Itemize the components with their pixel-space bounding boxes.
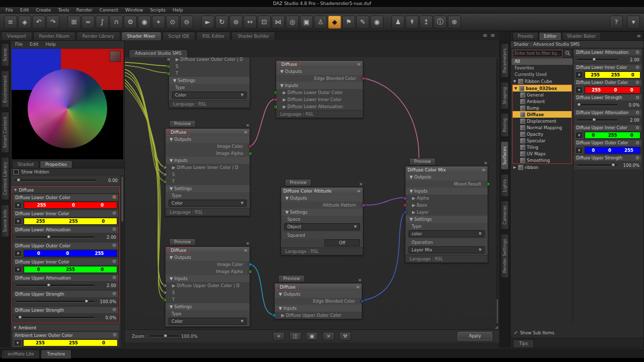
gear-icon[interactable]: ⚙: [112, 291, 116, 297]
slider-track[interactable]: [577, 164, 617, 166]
add-sphere-icon[interactable]: ⊙: [166, 16, 179, 29]
tab-shader-baker[interactable]: Shader Baker: [562, 32, 601, 40]
slider-handle[interactable]: [47, 235, 51, 239]
target-icon[interactable]: ⌖: [152, 16, 165, 29]
deformer-icon[interactable]: ≈: [82, 16, 95, 29]
close-node-icon[interactable]: ×: [484, 161, 488, 165]
color-dropdown-button[interactable]: ▼: [14, 339, 22, 346]
gear-icon[interactable]: ⚙: [112, 275, 116, 281]
node-menu-icon[interactable]: ≡: [481, 167, 486, 172]
input-port[interactable]: C: [163, 284, 167, 288]
node-diffuse-color-altitude[interactable]: ×Diffuse Color Altitude≡▼ OutputsAltitud…: [281, 187, 363, 255]
dock-tab-shaping[interactable]: Shaping: [501, 82, 509, 110]
duplicate-node-button[interactable]: ◫: [289, 332, 301, 341]
search-icon[interactable]: [564, 49, 572, 57]
tree-node-specular[interactable]: Specular: [513, 137, 572, 144]
pan-tool-icon[interactable]: ↔: [244, 16, 257, 29]
group-header-diffuse[interactable]: ▼Diffuse: [12, 187, 119, 194]
lock-tool-icon[interactable]: ◆: [328, 16, 341, 29]
slider-handle[interactable]: [592, 57, 596, 61]
output-port[interactable]: C: [248, 262, 252, 266]
input-port[interactable]: F: [167, 64, 171, 68]
input-port[interactable]: C: [274, 98, 278, 102]
close-node-icon[interactable]: ×: [246, 241, 250, 246]
input-port[interactable]: C: [163, 172, 167, 176]
menu-connect[interactable]: Connect: [96, 7, 122, 13]
slider-track[interactable]: [16, 301, 94, 303]
wire-left-to-lower-brick-2[interactable]: [125, 72, 165, 174]
tree-node-normal-mapping[interactable]: Normal Mapping: [513, 124, 572, 131]
tree-node-tiling[interactable]: Tiling: [513, 144, 572, 150]
magnet-icon[interactable]: ∩: [110, 16, 123, 29]
gear-icon[interactable]: ⚙: [635, 79, 639, 86]
slider-track[interactable]: [577, 59, 617, 61]
tree-node-opacity[interactable]: Opacity: [513, 131, 572, 137]
close-node-icon[interactable]: ×: [358, 278, 362, 283]
color-dropdown-button[interactable]: ▼: [575, 132, 583, 139]
toolbar-options-icon[interactable]: ▾: [627, 16, 640, 29]
slider-track[interactable]: [577, 104, 617, 106]
dock-tab-scene[interactable]: Scene: [1, 43, 9, 66]
slider-handle[interactable]: [17, 178, 21, 182]
wire-imagecolor-to-inner-color[interactable]: [249, 99, 276, 146]
color-dropdown-button[interactable]: ▼: [14, 218, 22, 225]
pin-tool-icon[interactable]: ◎: [286, 16, 299, 29]
redo-icon[interactable]: ↷: [46, 16, 59, 29]
node-graph-canvas[interactable]: ◢ ▶ Diffuse Lower Outer Color | DCSFTF▼ …: [125, 57, 499, 329]
tree-node-bump[interactable]: Bump: [513, 105, 572, 111]
daz-logo-icon[interactable]: ◈: [18, 16, 31, 29]
gear-icon[interactable]: ⚙: [635, 140, 639, 146]
node-dropdown[interactable]: color▼: [409, 230, 485, 237]
menu-tools[interactable]: Tools: [54, 7, 72, 13]
gear-icon[interactable]: ⚙: [112, 307, 116, 313]
group-header-ambient[interactable]: ▼Ambient: [12, 324, 120, 331]
tab-script-ide[interactable]: Script IDE: [163, 32, 196, 40]
node-diffuse-upper-brick[interactable]: ×Diffuse≡▼ OutputsImage ColorCImage Alph…: [165, 246, 250, 327]
input-port[interactable]: C: [272, 313, 276, 317]
tree-node-uv-maps[interactable]: UV Maps: [513, 150, 572, 157]
close-node-icon[interactable]: ×: [246, 123, 250, 128]
help-icon[interactable]: ?: [610, 16, 623, 29]
list-item-favorites[interactable]: Favorites: [512, 65, 573, 71]
menu-help[interactable]: Help: [169, 7, 187, 13]
menu-window[interactable]: Window: [122, 7, 147, 13]
input-port[interactable]: F: [274, 105, 278, 109]
tree-node-smoothing[interactable]: Smoothing: [513, 157, 572, 163]
delete-node-button[interactable]: ×: [323, 332, 335, 341]
scrollbar-thumb[interactable]: [497, 299, 498, 323]
orbit-tool-icon[interactable]: ⊚: [229, 16, 243, 29]
color-dropdown-button[interactable]: ▼: [14, 250, 22, 257]
scrollbar-thumb[interactable]: [121, 176, 123, 222]
wire-imagecolor2-to-upper-outer[interactable]: [249, 264, 274, 315]
color-swatch[interactable]: 02550: [585, 132, 640, 139]
tree-node-diffuse[interactable]: Diffuse: [513, 111, 572, 118]
list-item-all[interactable]: All: [512, 58, 573, 65]
edit-tool-icon[interactable]: ✎: [356, 16, 369, 29]
figure-tool-icon[interactable]: ♙: [314, 16, 327, 29]
zoom-slider[interactable]: [150, 335, 178, 337]
dock-tab-lights[interactable]: Lights: [501, 174, 509, 197]
wire-altitude-to-alpha[interactable]: [362, 198, 405, 205]
show-hidden-checkbox[interactable]: [14, 169, 19, 174]
wire-left-to-brick-top-t[interactable]: [125, 65, 169, 73]
tab-animate-lite[interactable]: aniMate Lite: [2, 349, 40, 358]
tab-rsl-editor[interactable]: RSL Editor: [196, 32, 230, 40]
slider-handle[interactable]: [18, 315, 22, 319]
output-port[interactable]: C: [360, 299, 364, 303]
slider-track[interactable]: [577, 119, 617, 121]
group-nodes-button[interactable]: ▣: [306, 332, 318, 341]
select-pointer-icon[interactable]: ►: [201, 16, 214, 29]
node-brick-top[interactable]: ▶ Diffuse Lower Outer Color | DCSFTF▼ Se…: [169, 57, 250, 108]
tree-node-general[interactable]: General: [513, 92, 572, 98]
node-diffuse-lower-edge[interactable]: Diffuse≡▼ OutputsEdge Blended ColorC▼ In…: [276, 60, 363, 118]
output-port[interactable]: F: [248, 269, 252, 274]
color-dropdown-button[interactable]: ▼: [575, 147, 583, 154]
node-menu-icon[interactable]: ≡: [357, 189, 361, 194]
panel-menu-icon[interactable]: ≡: [637, 33, 641, 39]
pane-layout-icon[interactable]: ≡: [491, 32, 495, 39]
tab-properties[interactable]: Properties: [40, 160, 72, 168]
tab-shader-mixer[interactable]: Shader Mixer: [121, 32, 162, 40]
slider-handle[interactable]: [611, 163, 615, 167]
render-camera-icon[interactable]: ◉: [370, 16, 383, 29]
tree-node-ribbon[interactable]: ▶ribbon: [512, 164, 573, 170]
